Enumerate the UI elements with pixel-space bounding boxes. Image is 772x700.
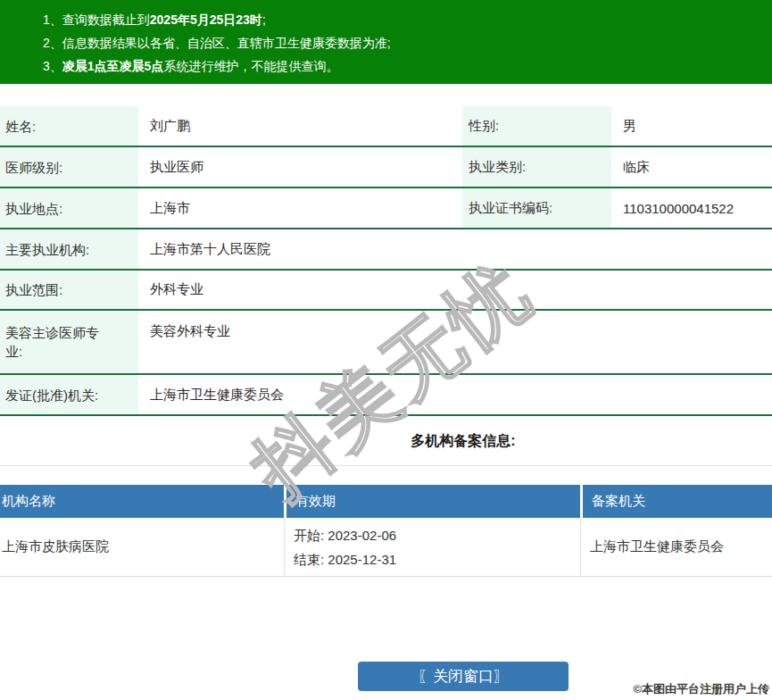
label-text: 姓名:: [5, 117, 36, 136]
header-org-name: 机构名称: [0, 485, 284, 518]
field-value-cosmetic-specialty: 美容外科专业: [138, 311, 772, 373]
table-row: 医师级别: 执业医师 执业类别: 临床: [0, 147, 772, 188]
filing-table-header: 机构名称 有效期 备案机关: [0, 485, 772, 518]
field-value-main-institution: 上海市第十人民医院: [138, 229, 772, 269]
value-text: 110310000041522: [623, 201, 734, 216]
notice-number: 2、: [43, 36, 62, 50]
field-value-name: 刘广鹏: [138, 106, 462, 146]
label-text: 美容主诊医师专业:: [5, 323, 108, 361]
value-text: 上海市卫生健康委员会: [150, 387, 284, 404]
field-label-practice-location: 执业地点:: [0, 188, 138, 228]
field-label-doctor-level: 医师级别:: [0, 147, 138, 187]
table-row: 执业地点: 上海市 执业证书编码: 110310000041522: [0, 188, 772, 229]
notice-text: 信息数据结果以各省、自治区、直辖市卫生健康委数据为准;: [62, 36, 391, 50]
table-row: 发证(批准)机关: 上海市卫生健康委员会: [0, 375, 772, 416]
section-divider: [0, 465, 772, 466]
practitioner-detail-table: 姓名: 刘广鹏 性别: 男 医师级别: 执业医师 执业类别: 临床 执业地点: …: [0, 106, 772, 416]
field-label-issuing-authority: 发证(批准)机关:: [0, 375, 138, 414]
value-text: 上海市皮肤病医院: [2, 538, 109, 555]
field-value-certificate-number: 110310000041522: [611, 188, 772, 228]
header-filing-authority: 备案机关: [580, 485, 772, 518]
copyright-watermark: ©本图由平台注册用户上传: [633, 681, 769, 697]
field-label-practice-category: 执业类别:: [462, 147, 611, 187]
field-label-practice-scope: 执业范围:: [0, 271, 138, 309]
value-text: 上海市卫生健康委员会: [590, 538, 724, 555]
notice-text: 系统进行维护，不能提供查询。: [163, 59, 338, 73]
notice-number: 1、: [43, 12, 62, 27]
value-text: 临床: [623, 159, 650, 176]
filing-table: 机构名称 有效期 备案机关 上海市皮肤病医院 开始: 2023-02-06 结束…: [0, 485, 772, 577]
label-text: 性别:: [469, 118, 499, 135]
close-window-button[interactable]: 〖关闭窗口〗: [358, 662, 569, 691]
cell-filing-authority: 上海市卫生健康委员会: [580, 518, 772, 576]
value-text: 刘广鹏: [150, 118, 190, 135]
filing-section: 多机构备案信息: 机构名称 有效期 备案机关 上海市皮肤病医院 开始: 2023…: [0, 431, 772, 691]
field-label-main-institution: 主要执业机构:: [0, 229, 138, 269]
field-label-gender: 性别:: [462, 106, 611, 146]
field-label-name: 姓名:: [0, 106, 138, 146]
label-text: 医师级别:: [5, 158, 62, 177]
value-text: 美容外科专业: [150, 323, 230, 340]
filing-table-row: 上海市皮肤病医院 开始: 2023-02-06 结束: 2025-12-31 上…: [0, 518, 772, 577]
validity-start: 开始: 2023-02-06: [294, 523, 396, 547]
notice-line: 2、信息数据结果以各省、自治区、直辖市卫生健康委数据为准;: [43, 31, 763, 54]
table-row: 主要执业机构: 上海市第十人民医院: [0, 229, 772, 271]
label-text: 执业地点:: [5, 199, 62, 218]
field-label-certificate-number: 执业证书编码:: [462, 188, 611, 228]
value-text: 上海市第十人民医院: [150, 241, 270, 258]
label-text: 执业类别:: [469, 159, 526, 176]
value-text: 男: [623, 118, 636, 135]
notice-number: 3、: [43, 59, 62, 73]
value-text: 上海市: [150, 200, 190, 217]
label-text: 执业范围:: [5, 280, 62, 299]
field-label-cosmetic-specialty: 美容主诊医师专业:: [0, 311, 138, 373]
field-value-issuing-authority: 上海市卫生健康委员会: [138, 375, 772, 414]
field-value-doctor-level: 执业医师: [138, 147, 462, 187]
validity-end: 结束: 2025-12-31: [294, 547, 396, 571]
field-value-gender: 男: [611, 106, 772, 146]
value-text: 执业医师: [150, 159, 203, 176]
notice-line: 3、凌晨1点至凌晨5点系统进行维护，不能提供查询。: [43, 54, 763, 78]
notice-text: ;: [262, 12, 266, 27]
header-validity-period: 有效期: [284, 485, 580, 518]
notice-bold-text: 2025年5月25日23时: [150, 12, 262, 27]
label-text: 执业证书编码:: [469, 200, 552, 217]
notice-banner: 1、查询数据截止到2025年5月25日23时; 2、信息数据结果以各省、自治区、…: [0, 0, 772, 84]
field-value-practice-category: 临床: [611, 147, 772, 187]
cell-org-name: 上海市皮肤病医院: [0, 518, 284, 576]
notice-bold-text: 凌晨1点至凌晨5点: [62, 59, 164, 73]
filing-section-title: 多机构备案信息:: [0, 431, 772, 450]
field-value-practice-location: 上海市: [138, 188, 462, 228]
label-text: 发证(批准)机关:: [5, 386, 98, 404]
notice-line: 1、查询数据截止到2025年5月25日23时;: [43, 8, 763, 31]
label-text: 主要执业机构:: [5, 240, 89, 259]
table-row: 执业范围: 外科专业: [0, 271, 772, 311]
field-value-practice-scope: 外科专业: [138, 271, 772, 309]
table-row: 美容主诊医师专业: 美容外科专业: [0, 311, 772, 375]
value-text: 外科专业: [150, 281, 203, 298]
cell-validity-period: 开始: 2023-02-06 结束: 2025-12-31: [284, 518, 580, 576]
table-row: 姓名: 刘广鹏 性别: 男: [0, 106, 772, 147]
notice-text: 查询数据截止到: [62, 12, 150, 27]
